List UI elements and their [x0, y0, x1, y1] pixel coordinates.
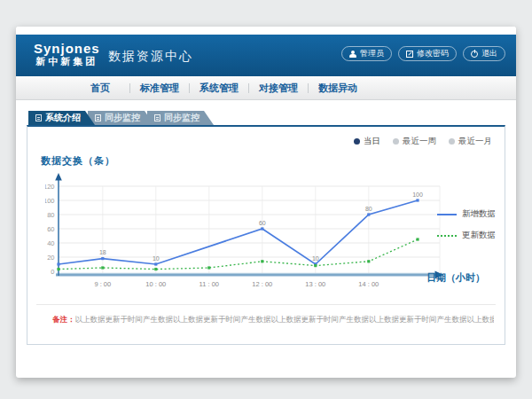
svg-text:10: 10 — [312, 255, 319, 262]
admin-button-label: 管理员 — [360, 48, 384, 59]
legend-item-update-data: 更新数据 — [437, 230, 496, 241]
svg-text:60: 60 — [259, 220, 266, 226]
footer-note: 备注：以上数据更新于时间产生数据以上数据更新于时间产生数据以上数据更新于时间产生… — [52, 315, 494, 325]
document-icon — [154, 114, 160, 121]
document-icon — [95, 114, 101, 121]
svg-text:40: 40 — [47, 239, 54, 247]
chart-legend: 新增数据 更新数据 — [437, 208, 496, 241]
document-icon — [35, 114, 42, 121]
header-bar: Synjones 新中新集团 数据资源中心 管理员 修改密码 退出 — [16, 35, 516, 76]
brand-logo: Synjones 新中新集团 — [34, 42, 100, 67]
tab-sync-monitor-1[interactable]: 同步监控 — [88, 111, 154, 125]
radio-today[interactable]: 当日 — [354, 136, 380, 147]
power-icon — [471, 51, 478, 58]
svg-text:80: 80 — [365, 206, 372, 212]
header-actions: 管理员 修改密码 退出 — [341, 46, 505, 61]
x-axis-title: 日期（小时） — [426, 271, 485, 285]
svg-text:0: 0 — [51, 268, 54, 276]
radio-dot-icon — [449, 138, 455, 145]
radio-last-week[interactable]: 最近一周 — [393, 136, 436, 147]
tab-sync-monitor-2-label: 同步监控 — [164, 111, 200, 125]
svg-text:80: 80 — [47, 211, 54, 219]
svg-text:9 : 00: 9 : 00 — [94, 280, 111, 288]
change-password-label: 修改密码 — [417, 48, 449, 59]
app-window: Synjones 新中新集团 数据资源中心 管理员 修改密码 退出 首页 标准管… — [16, 27, 516, 378]
nav-item-data-change[interactable]: 数据异动 — [309, 82, 367, 95]
dotted-line-swatch-icon — [437, 235, 457, 237]
svg-text:100: 100 — [412, 192, 423, 198]
content-panel: 当日 最近一周 最近一月 数据交换（条） 0204060801001209 : … — [27, 125, 505, 345]
solid-line-swatch-icon — [437, 214, 457, 215]
user-icon — [349, 51, 356, 58]
radio-last-month-label: 最近一月 — [458, 136, 492, 147]
radio-last-month[interactable]: 最近一月 — [449, 136, 492, 147]
svg-text:18: 18 — [99, 249, 106, 255]
brand-logo-cn: 新中新集团 — [34, 56, 100, 67]
svg-text:12 : 00: 12 : 00 — [252, 280, 272, 288]
svg-text:10: 10 — [153, 255, 160, 262]
svg-text:11 : 00: 11 : 00 — [200, 280, 219, 288]
top-strip — [16, 27, 516, 35]
nav-item-system-mgmt[interactable]: 系统管理 — [190, 82, 248, 95]
svg-text:100: 100 — [45, 197, 55, 205]
tab-sync-monitor-2[interactable]: 同步监控 — [147, 111, 214, 125]
nav-item-standard-mgmt[interactable]: 标准管理 — [130, 82, 189, 95]
tab-system-intro[interactable]: 系统介绍 — [28, 111, 95, 125]
svg-text:13 : 00: 13 : 00 — [305, 280, 325, 288]
logout-label: 退出 — [481, 48, 497, 59]
svg-text:120: 120 — [45, 183, 55, 191]
svg-text:20: 20 — [47, 254, 54, 262]
radio-dot-icon — [393, 138, 399, 145]
range-filter-group: 当日 最近一周 最近一月 — [354, 136, 492, 147]
main-nav: 首页 标准管理 系统管理 对接管理 数据异动 — [16, 76, 516, 100]
brand-logo-name: Synjones — [34, 42, 100, 56]
radio-dot-icon — [354, 138, 360, 145]
svg-text:14 : 00: 14 : 00 — [358, 280, 379, 288]
panel-divider — [36, 304, 496, 305]
page-title: 数据资源中心 — [108, 49, 193, 65]
edit-icon — [406, 51, 413, 58]
radio-today-label: 当日 — [364, 136, 380, 147]
radio-last-week-label: 最近一周 — [403, 136, 436, 147]
legend-new-data-label: 新增数据 — [462, 208, 496, 220]
nav-item-home[interactable]: 首页 — [71, 82, 129, 95]
svg-text:60: 60 — [47, 225, 54, 233]
y-axis-title: 数据交换（条） — [41, 154, 115, 168]
svg-text:10 : 00: 10 : 00 — [145, 280, 166, 288]
exchange-chart-svg: 0204060801001209 : 0010 : 0011 : 0012 : … — [45, 171, 444, 295]
content-tabs: 系统介绍 同步监控 同步监控 — [28, 111, 214, 125]
note-label: 备注： — [52, 315, 75, 324]
note-text: 以上数据更新于时间产生数据以上数据更新于时间产生数据以上数据更新于时间产生数据以… — [75, 315, 495, 324]
legend-item-new-data: 新增数据 — [437, 208, 496, 220]
data-exchange-chart: 0204060801001209 : 0010 : 0011 : 0012 : … — [45, 171, 444, 295]
tab-system-intro-label: 系统介绍 — [45, 111, 81, 125]
legend-update-data-label: 更新数据 — [462, 230, 496, 241]
tab-sync-monitor-1-label: 同步监控 — [105, 111, 140, 125]
nav-item-interface-mgmt[interactable]: 对接管理 — [249, 82, 308, 95]
admin-button[interactable]: 管理员 — [341, 46, 392, 61]
change-password-button[interactable]: 修改密码 — [398, 46, 457, 61]
logout-button[interactable]: 退出 — [463, 46, 505, 61]
